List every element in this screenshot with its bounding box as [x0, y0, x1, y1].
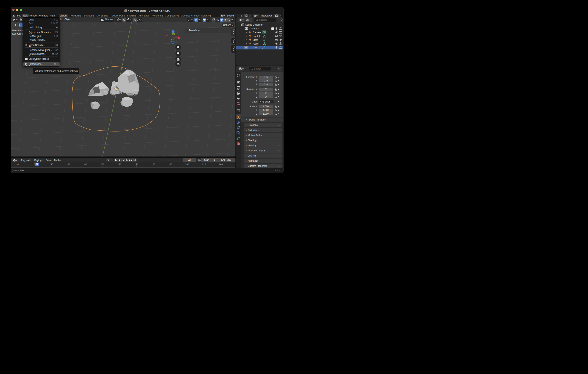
svg-text:Y: Y — [173, 33, 174, 35]
svg-text:X: X — [178, 36, 180, 38]
svg-text:Z: Z — [172, 31, 174, 33]
